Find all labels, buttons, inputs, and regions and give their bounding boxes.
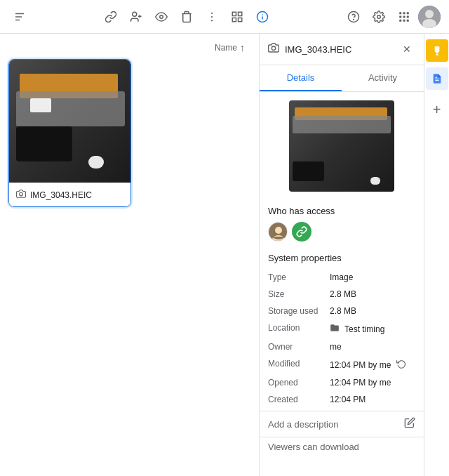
file-name-bar: IMG_3043.HEIC xyxy=(9,183,130,206)
svg-rect-21 xyxy=(399,12,401,14)
system-properties: Type Image Size 2.8 MB Storage used 2.8 … xyxy=(260,266,424,411)
photo-small xyxy=(289,100,394,192)
camera-icon xyxy=(16,189,26,201)
size-label: Size xyxy=(268,289,324,299)
filter-button[interactable] xyxy=(8,6,31,28)
name-sort-header[interactable]: Name ↑ xyxy=(8,42,250,53)
created-label: Created xyxy=(268,395,324,404)
google-keep-button[interactable] xyxy=(426,39,448,62)
google-docs-button[interactable] xyxy=(426,67,448,90)
detail-file-title: IMG_3043.HEIC xyxy=(285,44,351,55)
created-value: 12:04 PM xyxy=(330,395,366,404)
preview-image xyxy=(289,100,394,192)
svg-point-34 xyxy=(272,46,275,50)
opened-label: Opened xyxy=(268,378,324,388)
info-button[interactable] xyxy=(251,6,274,28)
modified-label: Modified xyxy=(268,359,324,369)
type-value: Image xyxy=(330,272,353,282)
svg-rect-25 xyxy=(403,15,406,18)
photo-recreation xyxy=(9,60,131,183)
location-value: Test timing xyxy=(330,323,384,335)
file-area: Name ↑ xyxy=(0,34,259,476)
detail-preview xyxy=(260,92,424,200)
opened-row: Opened 12:04 PM by me xyxy=(260,374,424,391)
viewers-download-text: Viewers can download xyxy=(268,442,359,452)
storage-row: Storage used 2.8 MB xyxy=(260,303,424,319)
detail-camera-icon xyxy=(268,42,279,56)
name-label: Name xyxy=(215,43,237,53)
settings-button[interactable] xyxy=(368,6,390,28)
toolbar xyxy=(0,0,449,34)
add-description-text: Add a description xyxy=(268,419,338,430)
size-value: 2.8 MB xyxy=(330,289,356,299)
detail-tabs: Details Activity xyxy=(260,65,424,92)
created-row: Created 12:04 PM xyxy=(260,391,424,408)
svg-point-36 xyxy=(275,227,282,234)
side-icons-panel: + xyxy=(424,34,449,476)
location-row: Location Test timing xyxy=(260,319,424,338)
svg-point-7 xyxy=(211,12,213,13)
svg-point-31 xyxy=(425,10,434,18)
folder-icon xyxy=(330,323,340,335)
more-button[interactable] xyxy=(201,6,223,28)
svg-point-8 xyxy=(211,15,213,17)
storage-value: 2.8 MB xyxy=(330,306,356,316)
owner-label: Owner xyxy=(268,342,324,352)
modified-row: Modified 12:04 PM by me xyxy=(260,355,424,374)
file-grid: IMG_3043.HEIC xyxy=(8,59,250,207)
svg-point-33 xyxy=(20,192,23,196)
help-button[interactable] xyxy=(342,6,365,28)
view-list-button[interactable] xyxy=(226,6,248,28)
svg-rect-13 xyxy=(239,18,242,21)
close-panel-button[interactable]: ✕ xyxy=(398,41,415,58)
apps-button[interactable] xyxy=(393,6,415,28)
history-icon[interactable] xyxy=(396,359,406,371)
link-button[interactable] xyxy=(100,6,122,28)
main-content: Name ↑ xyxy=(0,34,449,476)
owner-avatar[interactable] xyxy=(268,222,288,242)
tab-details[interactable]: Details xyxy=(260,65,342,91)
edit-icon[interactable] xyxy=(404,417,415,431)
size-row: Size 2.8 MB xyxy=(260,286,424,303)
svg-rect-24 xyxy=(399,15,401,18)
file-thumbnail xyxy=(9,60,131,183)
tab-activity[interactable]: Activity xyxy=(342,65,424,91)
preview-button[interactable] xyxy=(150,6,173,28)
location-label: Location xyxy=(268,323,324,333)
file-card[interactable]: IMG_3043.HEIC xyxy=(8,59,131,207)
type-label: Type xyxy=(268,272,324,282)
svg-rect-28 xyxy=(403,19,406,21)
svg-rect-23 xyxy=(407,12,409,14)
detail-panel: IMG_3043.HEIC ✕ Details Activity xyxy=(259,34,424,476)
svg-point-20 xyxy=(377,15,381,18)
svg-rect-29 xyxy=(407,19,409,21)
properties-section-title: System properties xyxy=(260,247,424,266)
owner-row: Owner me xyxy=(260,338,424,355)
toolbar-left xyxy=(8,6,31,28)
close-icon: ✕ xyxy=(403,44,411,55)
svg-rect-11 xyxy=(239,12,242,15)
toolbar-right xyxy=(342,6,441,28)
add-description-row[interactable]: Add a description xyxy=(260,411,424,437)
svg-rect-22 xyxy=(403,12,406,14)
add-icon: + xyxy=(433,102,441,118)
modified-value: 12:04 PM by me xyxy=(330,359,406,371)
svg-rect-10 xyxy=(232,12,236,15)
user-avatar[interactable] xyxy=(418,6,441,28)
add-person-button[interactable] xyxy=(125,6,147,28)
add-plugin-button[interactable]: + xyxy=(426,98,448,121)
svg-point-9 xyxy=(211,20,213,21)
detail-header: IMG_3043.HEIC ✕ xyxy=(260,34,424,65)
delete-button[interactable] xyxy=(175,6,198,28)
svg-rect-27 xyxy=(399,19,401,21)
link-share-avatar[interactable] xyxy=(292,222,311,242)
viewers-download-row: Viewers can download xyxy=(260,437,424,456)
svg-rect-26 xyxy=(407,15,409,18)
detail-header-left: IMG_3043.HEIC xyxy=(268,42,351,56)
file-name-label: IMG_3043.HEIC xyxy=(30,190,92,200)
toolbar-center xyxy=(100,6,274,28)
type-row: Type Image xyxy=(260,269,424,286)
svg-point-6 xyxy=(160,15,163,18)
svg-point-17 xyxy=(262,14,263,15)
opened-value: 12:04 PM by me xyxy=(330,378,391,388)
